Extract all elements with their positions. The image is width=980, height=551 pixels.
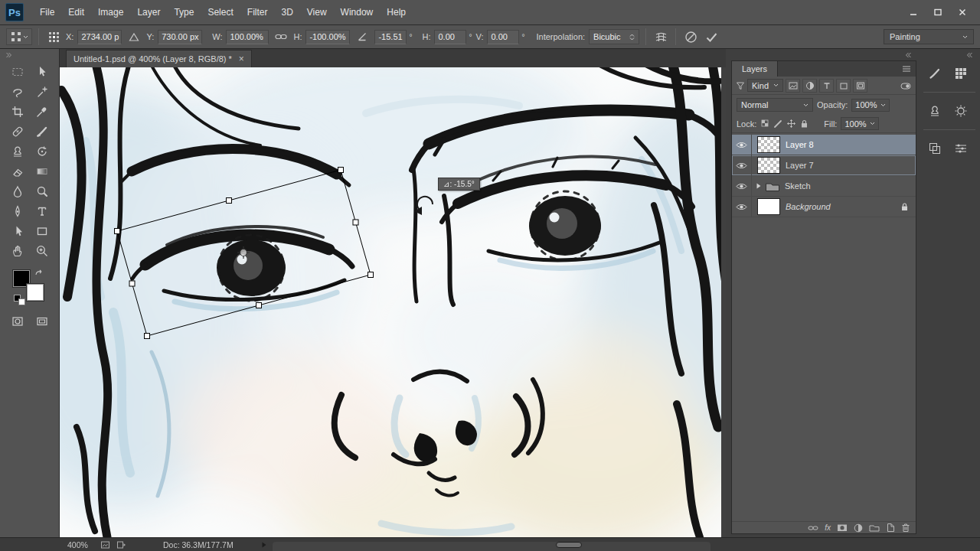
layer-name[interactable]: Layer 7 bbox=[786, 161, 814, 170]
blend-mode-select[interactable]: Normal bbox=[737, 98, 813, 112]
collapse-strip-icon[interactable] bbox=[965, 51, 972, 59]
commit-transform-button[interactable] bbox=[703, 28, 720, 45]
horizontal-scrollbar[interactable] bbox=[273, 542, 710, 551]
warp-mode-button[interactable] bbox=[652, 28, 669, 45]
layer-name[interactable]: Layer 8 bbox=[786, 140, 814, 149]
clone-stamp-tool[interactable] bbox=[5, 142, 30, 161]
interpolation-select[interactable]: Bicubic bbox=[589, 29, 639, 44]
color-panel-button[interactable] bbox=[949, 139, 972, 158]
visibility-toggle[interactable] bbox=[732, 176, 752, 197]
collapse-dock-icon[interactable] bbox=[903, 51, 911, 59]
quick-mask-button[interactable] bbox=[5, 311, 30, 331]
brush-presets-panel-button[interactable] bbox=[923, 64, 946, 83]
layer-name[interactable]: Background bbox=[786, 202, 831, 211]
path-selection-tool[interactable] bbox=[5, 221, 30, 241]
hskew-input[interactable]: 0.00 bbox=[434, 30, 466, 44]
menu-edit[interactable]: Edit bbox=[61, 0, 91, 25]
height-input[interactable]: -100.00% bbox=[305, 30, 350, 44]
cancel-transform-button[interactable] bbox=[682, 28, 699, 45]
reference-point-locator[interactable] bbox=[45, 28, 62, 45]
swatches-panel-button[interactable] bbox=[949, 64, 972, 83]
rotate-input[interactable]: -15.51 bbox=[374, 30, 407, 44]
lock-pixels-button[interactable] bbox=[773, 119, 783, 129]
minimize-button[interactable] bbox=[903, 6, 923, 18]
visibility-toggle[interactable] bbox=[732, 135, 752, 155]
rectangular-marquee-tool[interactable] bbox=[5, 62, 30, 82]
visibility-toggle[interactable] bbox=[732, 155, 752, 176]
status-arrow-icon[interactable] bbox=[261, 538, 267, 551]
collapse-tools-icon[interactable] bbox=[4, 51, 11, 59]
relative-positioning-toggle[interactable] bbox=[126, 28, 142, 45]
layer-filter-kind-select[interactable]: Kind bbox=[747, 79, 783, 92]
document-size-info[interactable]: Doc: 36.3M/177.7M bbox=[163, 538, 234, 551]
blur-tool[interactable] bbox=[5, 181, 30, 201]
filter-smart-objects-button[interactable] bbox=[853, 79, 867, 93]
lock-transparency-button[interactable] bbox=[760, 119, 770, 129]
width-input[interactable]: 100.00% bbox=[226, 30, 269, 44]
menu-help[interactable]: Help bbox=[380, 0, 413, 25]
move-tool[interactable] bbox=[30, 62, 54, 82]
healing-brush-tool[interactable] bbox=[5, 122, 30, 142]
type-tool[interactable] bbox=[30, 201, 54, 221]
zoom-level-field[interactable]: 400% bbox=[67, 538, 88, 551]
eyedropper-tool[interactable] bbox=[30, 102, 54, 122]
layers-panel-menu-icon[interactable] bbox=[901, 65, 912, 73]
filter-type-layers-button[interactable] bbox=[819, 79, 834, 93]
workspace-switcher[interactable]: Painting bbox=[884, 29, 974, 44]
tool-preset-picker[interactable] bbox=[6, 28, 32, 45]
menu-window[interactable]: Window bbox=[334, 0, 381, 25]
layers-panel-tab[interactable]: Layers bbox=[732, 61, 778, 77]
brush-tool[interactable] bbox=[30, 122, 54, 142]
rectangle-shape-tool[interactable] bbox=[30, 221, 54, 241]
dodge-tool[interactable] bbox=[30, 181, 54, 201]
opacity-select[interactable]: 100% bbox=[851, 99, 889, 112]
link-layers-button[interactable] bbox=[808, 524, 818, 532]
history-brush-tool[interactable] bbox=[30, 142, 54, 161]
document-tab[interactable]: Untitled-1.psd @ 400% (Layer 8, RGB/8) *… bbox=[66, 50, 252, 67]
menu-view[interactable]: View bbox=[300, 0, 334, 25]
adjustments-panel-button[interactable] bbox=[949, 102, 972, 120]
filter-pixel-layers-button[interactable] bbox=[786, 79, 800, 93]
layer-thumbnail[interactable] bbox=[757, 157, 780, 174]
swap-colors-icon[interactable] bbox=[34, 269, 44, 279]
layer-thumbnail[interactable] bbox=[757, 198, 780, 215]
fill-select[interactable]: 100% bbox=[841, 117, 878, 130]
menu-type[interactable]: Type bbox=[167, 0, 201, 25]
styles-panel-button[interactable] bbox=[923, 139, 946, 158]
canvas-artwork[interactable] bbox=[60, 67, 721, 537]
layer-row-background[interactable]: Background bbox=[732, 197, 916, 217]
layer-style-button[interactable]: fx bbox=[825, 523, 831, 532]
layer-thumbnail[interactable] bbox=[757, 136, 780, 153]
maintain-aspect-ratio-toggle[interactable] bbox=[273, 28, 289, 45]
tab-close-icon[interactable]: × bbox=[239, 54, 244, 64]
canvas[interactable]: ⊿: -15.5° bbox=[60, 67, 721, 537]
hand-tool[interactable] bbox=[5, 241, 30, 261]
pen-tool[interactable] bbox=[5, 201, 30, 221]
gradient-tool[interactable] bbox=[30, 161, 54, 181]
new-group-button[interactable] bbox=[869, 523, 880, 532]
close-button[interactable] bbox=[952, 6, 972, 18]
new-adjustment-layer-button[interactable] bbox=[854, 523, 863, 533]
menu-image[interactable]: Image bbox=[91, 0, 130, 25]
background-color-swatch[interactable] bbox=[27, 284, 44, 301]
zoom-tool[interactable] bbox=[30, 241, 54, 261]
status-thumbnail-icon[interactable] bbox=[100, 538, 110, 551]
clone-source-panel-button[interactable] bbox=[923, 102, 946, 120]
lock-position-button[interactable] bbox=[786, 119, 796, 129]
layer-row-layer7[interactable]: Layer 7 bbox=[732, 155, 916, 176]
layer-name[interactable]: Sketch bbox=[785, 181, 811, 191]
add-mask-button[interactable] bbox=[837, 523, 848, 532]
group-disclosure-triangle[interactable] bbox=[756, 182, 762, 190]
x-input[interactable]: 2734.00 p bbox=[77, 30, 122, 44]
menu-filter[interactable]: Filter bbox=[240, 0, 275, 25]
screen-mode-button[interactable] bbox=[30, 311, 54, 331]
lasso-tool[interactable] bbox=[5, 82, 30, 102]
filter-adjustment-layers-button[interactable] bbox=[802, 79, 817, 93]
vskew-input[interactable]: 0.00 bbox=[487, 30, 519, 44]
eraser-tool[interactable] bbox=[5, 161, 30, 181]
visibility-toggle[interactable] bbox=[732, 197, 752, 217]
layer-row-sketch-group[interactable]: Sketch bbox=[732, 176, 916, 197]
horizontal-scrollbar-thumb[interactable] bbox=[556, 542, 582, 548]
new-layer-button[interactable] bbox=[886, 523, 895, 533]
filter-shape-layers-button[interactable] bbox=[836, 79, 851, 93]
